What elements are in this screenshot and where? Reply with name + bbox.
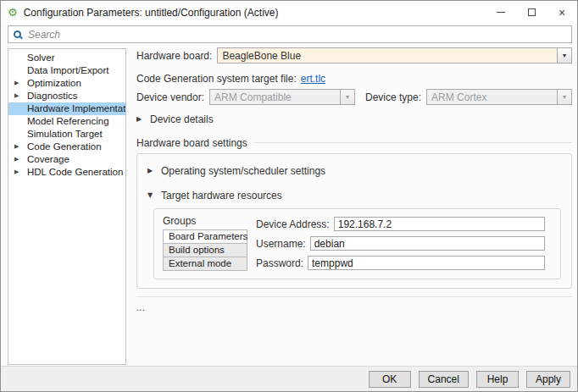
- sidebar-item[interactable]: Simulation Target: [8, 128, 125, 141]
- device-type-combobox: ARM Cortex ▾: [426, 89, 572, 105]
- maximize-button[interactable]: [516, 1, 547, 24]
- sidebar-item-label: Solver: [27, 52, 55, 63]
- configuration-parameters-dialog: ⚙ Configuration Parameters: untitled/Con…: [0, 0, 578, 392]
- board-settings-heading-row: Hardware board settings: [136, 136, 572, 149]
- sidebar-item[interactable]: ▶ Diagnostics: [8, 90, 125, 102]
- sidebar-item-label: Simulation Target: [27, 129, 103, 139]
- device-details-expander[interactable]: ▶ Device details: [136, 113, 572, 125]
- expander-icon: ▶: [14, 90, 19, 102]
- sidebar-item-label: Model Referencing: [27, 116, 109, 126]
- expanded-arrow-icon: ▼: [147, 191, 155, 199]
- sidebar-item[interactable]: ▶ Optimization: [8, 77, 125, 90]
- board-settings-heading: Hardware board settings: [136, 137, 247, 149]
- footer-button[interactable]: OK: [369, 371, 411, 388]
- main-pane: Hardware board: BeagleBone Blue ▾ Code G…: [136, 46, 572, 313]
- collapsed-arrow-icon: ▶: [136, 115, 144, 123]
- sidebar-item-label: Code Generation: [27, 141, 102, 152]
- groups-tab-label: External mode: [169, 258, 231, 268]
- search-icon: [14, 30, 21, 38]
- sidebar-item[interactable]: Solver: [8, 52, 125, 64]
- footer-button[interactable]: Help: [476, 371, 519, 388]
- close-icon: ×: [559, 7, 565, 19]
- device-details-label: Device details: [150, 113, 214, 125]
- expander-icon: ▶: [14, 77, 19, 90]
- app-gear-icon: ⚙: [8, 7, 18, 18]
- parameter-field-input[interactable]: [310, 236, 545, 251]
- parameter-field-label: Username:: [256, 238, 306, 250]
- device-vendor-type-row: Device vendor: ARM Compatible ▾ Device t…: [136, 89, 572, 105]
- footer-button-bar: OK Cancel Help Apply: [1, 366, 577, 391]
- sidebar-item[interactable]: Hardware Implementation: [8, 102, 125, 115]
- groups-column: Groups Board Parameters Build options: [163, 215, 247, 271]
- device-vendor-value: ARM Compatible: [210, 90, 340, 104]
- groups-tab[interactable]: External mode: [163, 257, 247, 271]
- board-settings-panel: ▶ Operating system/scheduler settings ▼ …: [136, 153, 572, 289]
- footer-button[interactable]: Cancel: [419, 371, 469, 388]
- sidebar-item-label: Data Import/Export: [27, 65, 109, 75]
- minimize-button[interactable]: [486, 1, 516, 24]
- target-resources-label: Target hardware resources: [161, 190, 282, 202]
- search-input[interactable]: [26, 26, 571, 42]
- ellipsis-text: ...: [136, 301, 572, 313]
- sidebar-item[interactable]: ▶ Code Generation: [8, 141, 125, 153]
- search-bar: [8, 25, 572, 43]
- sidebar-item-label: Diagnostics: [27, 91, 77, 101]
- groups-tab[interactable]: Build options: [163, 244, 247, 257]
- parameter-field-input[interactable]: [308, 256, 545, 270]
- sidebar-item-label: Coverage: [27, 154, 69, 164]
- target-file-row: Code Generation system target file: ert.…: [136, 72, 572, 85]
- groups-tab[interactable]: Board Parameters: [163, 230, 247, 244]
- target-file-label: Code Generation system target file:: [136, 73, 297, 85]
- window-title: Configuration Parameters: untitled/Confi…: [24, 7, 486, 19]
- sidebar-item-label: Hardware Implementation: [27, 103, 126, 113]
- collapsed-arrow-icon: ▶: [147, 167, 155, 174]
- sidebar-item[interactable]: ▶ Coverage: [8, 153, 125, 166]
- target-resources-panel: Groups Board Parameters Build options: [153, 208, 561, 279]
- sidebar-item-label: Optimization: [27, 78, 81, 88]
- groups-label: Groups: [163, 215, 247, 227]
- parameter-field-row: Password:: [256, 256, 545, 270]
- hardware-board-row: Hardware board: BeagleBone Blue ▾: [136, 47, 572, 63]
- sidebar-item-label: HDL Code Generation: [27, 167, 123, 177]
- dropdown-arrow-icon: ▾: [340, 90, 354, 104]
- hardware-board-label: Hardware board:: [136, 50, 212, 62]
- dropdown-arrow-icon: ▾: [557, 90, 571, 104]
- sidebar-item[interactable]: Data Import/Export: [8, 64, 125, 77]
- title-bar: ⚙ Configuration Parameters: untitled/Con…: [1, 1, 577, 24]
- expander-icon: ▶: [14, 166, 19, 179]
- groups-tab-list: Board Parameters Build options External …: [163, 229, 247, 271]
- board-parameters-fields: Device Address: Username: Password:: [256, 215, 545, 270]
- dropdown-arrow-icon[interactable]: ▾: [557, 48, 571, 63]
- target-file-link[interactable]: ert.tlc: [301, 73, 325, 85]
- target-resources-expander[interactable]: ▼ Target hardware resources: [147, 189, 561, 202]
- device-type-value: ARM Cortex: [427, 90, 557, 104]
- hardware-board-value: BeagleBone Blue: [218, 48, 557, 63]
- parameter-field-row: Username:: [256, 236, 545, 251]
- device-vendor-label: Device vendor:: [136, 91, 204, 103]
- heading-rule: [254, 142, 572, 143]
- category-tree: Solver Data Import/Export ▶ Optimization…: [8, 48, 126, 365]
- sidebar-item[interactable]: Model Referencing: [8, 115, 125, 128]
- groups-tab-label: Build options: [169, 245, 225, 255]
- window-controls: ×: [486, 1, 577, 24]
- device-type-label: Device type:: [365, 91, 421, 103]
- groups-tab-label: Board Parameters: [169, 231, 247, 241]
- footer-button[interactable]: Apply: [526, 371, 570, 388]
- close-button[interactable]: ×: [547, 1, 577, 24]
- device-vendor-combobox: ARM Compatible ▾: [209, 89, 355, 105]
- maximize-icon: [528, 8, 536, 16]
- parameter-field-label: Device Address:: [256, 218, 330, 230]
- separator: [136, 296, 572, 297]
- hardware-board-combobox[interactable]: BeagleBone Blue ▾: [217, 47, 572, 63]
- expander-icon: ▶: [14, 141, 19, 153]
- os-scheduler-label: Operating system/scheduler settings: [161, 165, 325, 177]
- minimize-icon: [497, 12, 505, 13]
- os-scheduler-expander[interactable]: ▶ Operating system/scheduler settings: [147, 164, 561, 177]
- parameter-field-input[interactable]: [334, 217, 545, 231]
- sidebar-item[interactable]: ▶ HDL Code Generation: [8, 166, 125, 179]
- parameter-field-row: Device Address:: [256, 217, 545, 231]
- parameter-field-label: Password:: [256, 257, 303, 269]
- expander-icon: ▶: [14, 153, 19, 166]
